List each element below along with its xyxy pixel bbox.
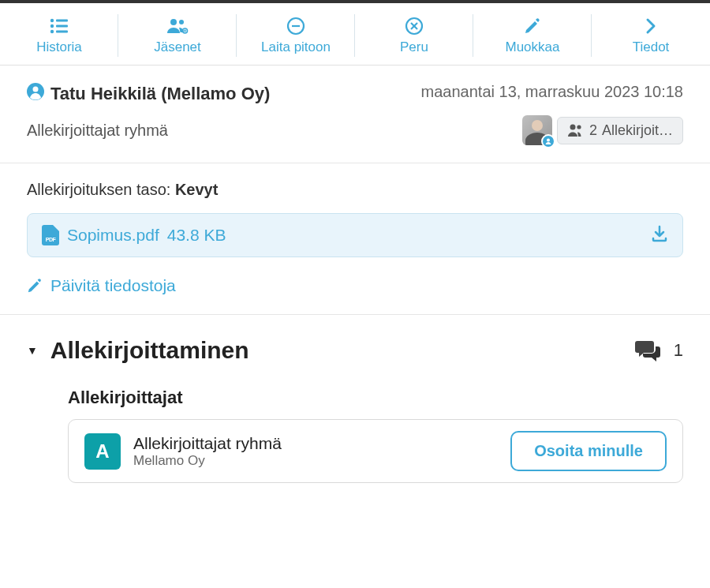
assign-to-me-button[interactable]: Osoita minulle <box>510 431 667 471</box>
signature-level: Allekirjoituksen taso: Kevyt <box>27 181 683 199</box>
comments-indicator[interactable]: 1 <box>634 339 683 362</box>
toolbar-label: Muokkaa <box>506 39 560 55</box>
file-name: Sopimus.pdf <box>67 226 159 245</box>
cancel-icon <box>405 16 424 36</box>
group-icon <box>567 123 585 137</box>
toolbar-label: Peru <box>400 39 428 55</box>
toolbar-label: Historia <box>36 39 82 55</box>
svg-point-6 <box>170 19 177 25</box>
signing-toggle[interactable]: ▼ Allekirjoittaminen <box>27 337 249 364</box>
user-name: Tatu Heikkilä (Mellamo Oy) <box>50 84 270 104</box>
svg-rect-5 <box>56 31 68 33</box>
toolbar-label: Laita pitoon <box>261 39 331 55</box>
toolbar-members[interactable]: Jäsenet <box>118 11 237 60</box>
toolbar: Historia Jäsenet Laita pitoon Peru Muokk… <box>0 3 710 66</box>
edit-icon <box>524 16 541 36</box>
signer-avatar: A <box>84 433 121 470</box>
toolbar-label: Jäsenet <box>154 39 201 55</box>
header-section: Tatu Heikkilä (Mellamo Oy) maanantai 13,… <box>0 66 710 163</box>
signer-org: Mellamo Oy <box>133 453 282 469</box>
pdf-icon: PDF <box>42 225 59 245</box>
level-value: Kevyt <box>175 181 218 198</box>
download-icon[interactable] <box>651 225 668 245</box>
user-block: Tatu Heikkilä (Mellamo Oy) <box>27 83 270 104</box>
svg-point-16 <box>547 139 550 142</box>
participants: 2 Allekirjoit… <box>522 115 683 145</box>
group-label: Allekirjoit… <box>602 122 673 139</box>
group-badge[interactable]: 2 Allekirjoit… <box>557 117 683 144</box>
file-size: 43.8 KB <box>167 226 226 245</box>
svg-point-0 <box>50 19 54 22</box>
toolbar-edit[interactable]: Muokkaa <box>473 11 592 60</box>
signers-title: Allekirjoittajat <box>68 388 683 408</box>
chevron-right-icon <box>645 16 656 36</box>
file-attachment[interactable]: PDF Sopimus.pdf 43.8 KB <box>27 213 683 257</box>
update-files-label: Päivitä tiedostoja <box>50 276 176 295</box>
toolbar-hold[interactable]: Laita pitoon <box>237 11 355 60</box>
avatar[interactable] <box>522 115 552 145</box>
subtitle: Allekirjoittajat ryhmä <box>27 122 168 140</box>
svg-point-15 <box>33 87 39 92</box>
list-icon <box>50 16 69 36</box>
group-count: 2 <box>589 122 597 139</box>
file-section: Allekirjoituksen taso: Kevyt PDF Sopimus… <box>0 163 710 315</box>
caret-down-icon: ▼ <box>27 344 38 357</box>
toolbar-label: Tiedot <box>633 39 670 55</box>
hold-icon <box>286 16 305 36</box>
timestamp: maanantai 13, marraskuu 2023 10:18 <box>421 83 683 101</box>
toolbar-cancel[interactable]: Peru <box>355 11 473 60</box>
avatar-badge-icon <box>541 134 555 148</box>
svg-point-17 <box>570 125 575 130</box>
svg-point-7 <box>179 20 184 24</box>
signing-title: Allekirjoittaminen <box>50 337 249 364</box>
toolbar-history[interactable]: Historia <box>0 11 118 60</box>
signing-section: ▼ Allekirjoittaminen 1 Allekirjoittajat … <box>0 315 710 505</box>
level-label: Allekirjoituksen taso: <box>27 181 170 198</box>
svg-rect-1 <box>56 20 68 22</box>
svg-rect-3 <box>56 25 68 28</box>
edit-icon <box>27 278 43 294</box>
comment-count: 1 <box>674 340 683 361</box>
user-icon <box>27 83 44 104</box>
comments-icon <box>634 339 661 362</box>
toolbar-details[interactable]: Tiedot <box>592 11 710 60</box>
signer-card: A Allekirjoittajat ryhmä Mellamo Oy Osoi… <box>68 419 683 483</box>
signer-name: Allekirjoittajat ryhmä <box>133 434 282 453</box>
update-files-link[interactable]: Päivitä tiedostoja <box>27 276 176 295</box>
svg-point-4 <box>50 30 54 33</box>
members-icon <box>166 16 189 36</box>
svg-point-18 <box>577 125 581 129</box>
svg-point-2 <box>50 24 54 28</box>
